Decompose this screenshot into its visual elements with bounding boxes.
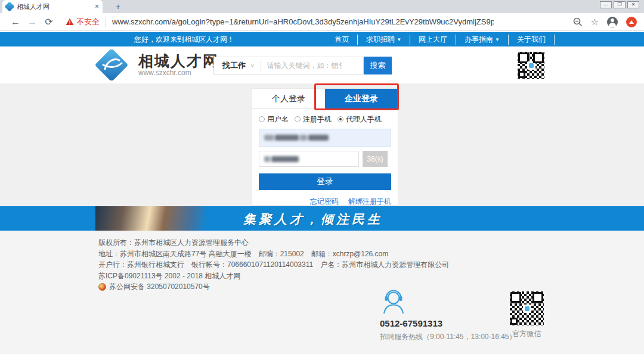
sms-code-input[interactable] (259, 151, 359, 167)
police-badge-icon (98, 283, 106, 291)
tab-close-icon[interactable]: × (95, 2, 99, 11)
browser-tab[interactable]: 相城人才网 × (2, 0, 103, 13)
dropdown-caret-icon: ▼ (397, 37, 401, 42)
browser-update-icon[interactable] (626, 17, 637, 27)
hotline-number: 0512-67591313 (380, 318, 516, 328)
address-bar-url[interactable]: www.szxchr.com/a/goLogin?type=1&returnUr… (112, 17, 494, 26)
site-top-bar: 您好，欢迎来到相城区人才网！ 首页 求职招聘 ▼ 网上大厅 办事指南 ▼ 关于我… (0, 32, 644, 46)
url-separator (106, 17, 106, 27)
tab-title: 相城人才网 (17, 2, 91, 11)
login-panel: 个人登录 企业登录 用户名 注册手机 (252, 88, 398, 206)
qr-center-logo-icon (523, 305, 531, 313)
hotline-block: 0512-67591313 招聘服务热线（9:00-11:45，13:00-16… (380, 289, 516, 342)
warning-triangle-icon (66, 18, 74, 26)
radio-dot (295, 116, 301, 122)
caret-down-icon: ∨ (250, 63, 255, 69)
security-status[interactable]: 不安全 (66, 17, 100, 27)
window-close-button[interactable]: ✕ (627, 1, 639, 8)
dropdown-caret-icon: ▼ (495, 37, 500, 42)
nav-item-jobs[interactable]: 求职招聘 ▼ (358, 35, 410, 45)
nav-label: 办事指南 (465, 35, 493, 45)
new-tab-button[interactable]: + (111, 2, 125, 12)
account-input[interactable] (259, 129, 391, 147)
search-bar: 找工作 ∨ 搜索 (213, 57, 392, 74)
site-header: 相城人才网 www.szxchr.com 找工作 ∨ 搜索 (0, 46, 644, 83)
browser-tab-bar: 相城人才网 × + — ❐ ✕ (0, 0, 644, 13)
qr-corner (518, 71, 525, 78)
browser-toolbar: ← → ⟳ 不安全 www.szxchr.com/a/goLogin?type=… (0, 13, 644, 31)
radio-registered-phone[interactable]: 注册手机 (295, 114, 332, 125)
web-page: 您好，欢迎来到相城区人才网！ 首页 求职招聘 ▼ 网上大厅 办事指南 ▼ 关于我… (0, 32, 644, 354)
site-domain: www.szxchr.com (138, 69, 219, 77)
radio-label: 用户名 (267, 114, 289, 125)
nav-item-guide[interactable]: 办事指南 ▼ (456, 35, 509, 45)
wechat-label: 官方微信 (510, 329, 544, 339)
radio-dot-checked (338, 116, 343, 122)
header-qr-code (518, 52, 544, 79)
footer-info: 版权所有：苏州市相城区人力资源管理服务中心 地址：苏州市相城区南天成路77号 高… (98, 237, 449, 293)
wechat-qr-code (510, 291, 544, 325)
slogan-banner: 集聚人才，倾注民生 (0, 206, 644, 231)
nav-label: 求职招聘 (366, 35, 395, 45)
nav-label: 关于我们 (517, 35, 546, 45)
radio-username[interactable]: 用户名 (259, 114, 289, 125)
unbind-phone-link[interactable]: 解绑注册手机 (348, 197, 391, 207)
page-footer: 版权所有：苏州市相城区人力资源管理服务中心 地址：苏州市相城区南天成路77号 高… (0, 231, 644, 354)
banner-photo (95, 206, 206, 231)
login-button[interactable]: 登录 (259, 173, 391, 190)
site-name: 相城人才网 (138, 53, 219, 69)
search-input[interactable] (261, 61, 348, 70)
nav-item-online-hall[interactable]: 网上大厅 (410, 35, 456, 45)
bank-line: 开户行：苏州银行相城支行 银行帐号：7066601071120114003311… (98, 259, 449, 271)
forward-icon[interactable]: → (24, 17, 41, 27)
radio-dot (259, 116, 265, 122)
nav-item-home[interactable]: 首页 (326, 35, 358, 45)
login-tabs: 个人登录 企业登录 (252, 89, 398, 109)
tab-company-login[interactable]: 企业登录 (325, 89, 398, 109)
bookmark-star-icon[interactable]: ☆ (591, 17, 599, 27)
radio-label: 代理人手机 (346, 114, 382, 125)
security-warning-label: 不安全 (76, 17, 100, 27)
profile-avatar-icon[interactable] (607, 17, 618, 27)
zoom-indicator-icon[interactable] (573, 17, 583, 27)
icp-line: 苏ICP备09021113号 2002 - 2018 相城人才网 (98, 271, 449, 282)
headset-support-icon (380, 289, 407, 314)
welcome-text: 您好，欢迎来到相城区人才网！ (134, 35, 234, 45)
search-box: 找工作 ∨ (213, 57, 364, 74)
site-logo[interactable]: 相城人才网 www.szxchr.com (91, 49, 219, 80)
masked-code-value (264, 156, 299, 162)
forgot-password-link[interactable]: 忘记密码 (310, 197, 339, 207)
window-controls: — ❐ ✕ (600, 1, 639, 8)
address-line: 地址：苏州市相城区南天成路77号 高融大厦一楼 邮编：215002 邮箱：xch… (98, 249, 449, 260)
logo-diamond-icon (91, 49, 132, 80)
qr-corner (510, 318, 518, 325)
search-button[interactable]: 搜索 (364, 57, 392, 74)
site-nav: 首页 求职招聘 ▼ 网上大厅 办事指南 ▼ 关于我们 (326, 35, 555, 45)
sms-countdown-button[interactable]: 38(s) (363, 151, 388, 167)
police-line: 苏公网安备 32050702010570号 (109, 281, 210, 293)
radio-agent-phone[interactable]: 代理人手机 (338, 114, 382, 125)
hotline-hours: 招聘服务热线（9:00-11:45，13:00-16:45） (380, 332, 516, 342)
window-minimize-button[interactable]: — (600, 1, 612, 8)
window-restore-button[interactable]: ❐ (614, 1, 626, 8)
back-icon[interactable]: ← (7, 17, 24, 27)
login-type-radios: 用户名 注册手机 代理人手机 (259, 114, 391, 125)
qr-center-logo-icon (527, 61, 535, 70)
nav-label: 首页 (335, 35, 349, 45)
browser-window: 相城人才网 × + — ❐ ✕ ← → ⟳ 不安全 www.szxchr.com… (0, 0, 644, 354)
site-favicon-icon (5, 2, 15, 12)
masked-account-value (264, 135, 329, 141)
banner-slogan: 集聚人才，倾注民生 (243, 211, 383, 228)
page-body: 个人登录 企业登录 用户名 注册手机 (0, 83, 644, 206)
nav-label: 网上大厅 (419, 35, 447, 45)
copyright-line: 版权所有：苏州市相城区人力资源管理服务中心 (98, 237, 449, 249)
tab-personal-login[interactable]: 个人登录 (252, 89, 325, 109)
search-category-select[interactable]: 找工作 (214, 60, 250, 71)
reload-icon[interactable]: ⟳ (41, 16, 57, 27)
nav-item-about[interactable]: 关于我们 (509, 35, 555, 45)
radio-label: 注册手机 (303, 114, 332, 125)
